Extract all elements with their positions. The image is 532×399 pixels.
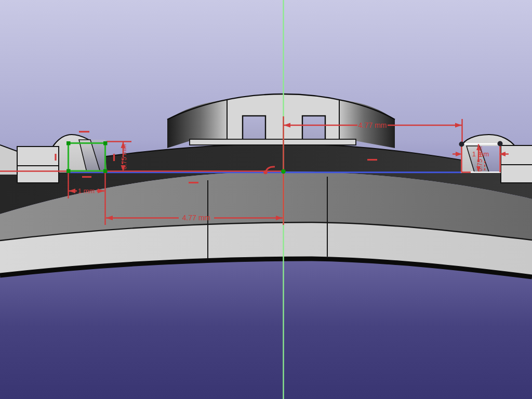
sketch-vertex[interactable]: [66, 141, 71, 145]
sketch-vertex[interactable]: [103, 169, 108, 174]
tower-ledge: [190, 139, 356, 145]
sketch-vertex[interactable]: [103, 141, 108, 145]
cad-3d-viewport[interactable]: 4.77 mm 4.77 mm 1 mm 0.75 mm: [0, 0, 532, 399]
tower-window-left: [243, 116, 265, 140]
dim-label-left-075[interactable]: 0.75 mm: [121, 144, 128, 170]
sketch-point-dark-left[interactable]: [459, 142, 464, 147]
tower-window-right: [302, 116, 325, 140]
dim-label-right-075[interactable]: 0.75 mm: [476, 147, 484, 172]
dimension-right-075[interactable]: 0.75 mm: [476, 144, 485, 172]
sketch-point-dark-right[interactable]: [498, 141, 503, 147]
viewport-canvas[interactable]: 4.77 mm 4.77 mm 1 mm 0.75 mm: [0, 0, 532, 399]
sketch-vertex[interactable]: [66, 169, 71, 174]
left-box-face: [17, 147, 59, 183]
dim-label-left-1mm[interactable]: 1 mm: [78, 187, 95, 195]
dim-label-top-477[interactable]: 4.77 mm: [358, 121, 387, 129]
dim-label-bottom-477[interactable]: 4.77 mm: [182, 214, 210, 222]
dimension-left-075[interactable]: 0.75 mm: [121, 142, 128, 171]
sketch-origin-point[interactable]: [281, 169, 286, 174]
